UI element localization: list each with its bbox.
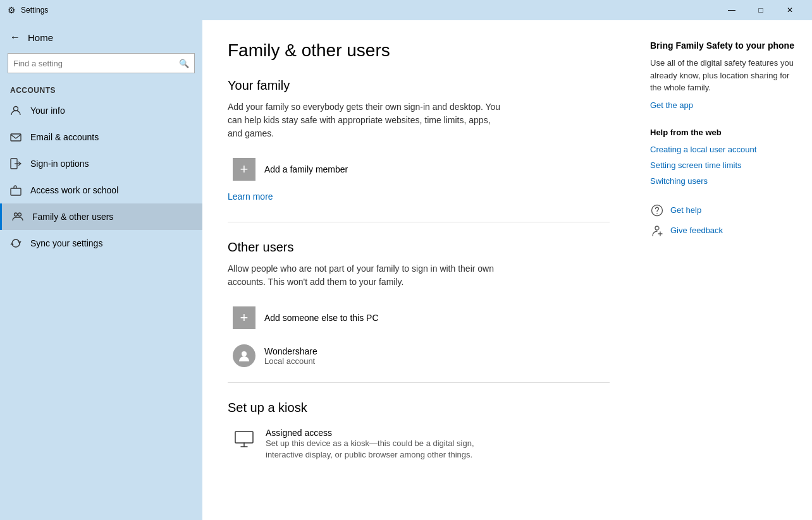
sidebar-label-your-info: Your info <box>30 106 65 116</box>
svg-point-5 <box>18 213 22 216</box>
content-area: Family & other users Your family Add you… <box>202 20 812 520</box>
user-list-item[interactable]: Wondershare Local account <box>228 339 610 372</box>
email-icon <box>10 131 22 143</box>
sidebar-item-access-work-school[interactable]: Access work or school <box>0 177 202 203</box>
search-input[interactable] <box>13 59 179 68</box>
svg-point-6 <box>242 351 247 356</box>
bring-family-desc: Use all of the digital safety features y… <box>650 57 797 94</box>
sync-icon <box>10 238 22 249</box>
add-other-plus-icon: + <box>233 306 255 329</box>
main-content: Family & other users Your family Add you… <box>202 20 635 520</box>
kiosk-assigned-access-desc: Set up this device as a kiosk—this could… <box>266 438 506 461</box>
learn-more-link[interactable]: Learn more <box>228 191 273 202</box>
your-family-title: Your family <box>228 78 610 93</box>
right-panel: Bring Family Safety to your phone Use al… <box>635 20 812 520</box>
give-feedback-icon <box>650 224 664 238</box>
add-family-member-button[interactable]: + Add a family member <box>228 153 610 186</box>
maximize-button[interactable]: □ <box>746 0 775 20</box>
page-title: Family & other users <box>228 40 610 61</box>
setting-screen-time-link[interactable]: Setting screen time limits <box>650 160 797 170</box>
add-someone-else-label: Add someone else to this PC <box>264 313 379 323</box>
svg-point-4 <box>15 213 18 216</box>
kiosk-monitor-icon <box>233 428 255 450</box>
svg-point-9 <box>656 213 658 214</box>
other-users-title: Other users <box>228 240 610 255</box>
sidebar-item-sign-in-options[interactable]: Sign-in options <box>0 150 202 177</box>
sidebar-item-your-info[interactable]: Your info <box>0 97 202 124</box>
get-help-label: Get help <box>670 205 701 215</box>
section-divider-1 <box>228 222 610 222</box>
add-someone-else-button[interactable]: + Add someone else to this PC <box>228 301 610 334</box>
get-help-icon <box>650 203 664 217</box>
sidebar-item-family-other-users[interactable]: Family & other users <box>0 203 202 230</box>
user-type: Local account <box>264 356 317 366</box>
kiosk-assigned-access-title: Assigned access <box>266 428 506 438</box>
section-divider-2 <box>228 382 610 383</box>
close-button[interactable]: ✕ <box>775 0 804 20</box>
user-info: Wondershare Local account <box>264 346 317 366</box>
sidebar-search-container: 🔍 <box>8 53 195 73</box>
svg-rect-3 <box>11 188 21 195</box>
setting-screen-time-label: Setting screen time limits <box>650 160 742 170</box>
svg-rect-1 <box>11 134 21 141</box>
give-feedback-label: Give feedback <box>670 226 723 235</box>
add-family-plus-icon: + <box>233 158 255 181</box>
briefcase-icon <box>10 184 22 196</box>
creating-local-user-label: Creating a local user account <box>650 145 756 154</box>
your-family-description: Add your family so everybody gets their … <box>228 100 506 140</box>
user-avatar <box>233 344 255 367</box>
titlebar-left: ⚙ Settings <box>8 5 48 15</box>
sidebar-home-button[interactable]: ← Home <box>0 25 202 49</box>
bring-family-title: Bring Family Safety to your phone <box>650 40 797 51</box>
switching-users-link[interactable]: Switching users <box>650 176 797 186</box>
kiosk-title: Set up a kiosk <box>228 401 610 415</box>
help-from-web-title: Help from the web <box>650 128 797 137</box>
other-users-description: Allow people who are not part of your fa… <box>228 262 506 289</box>
switching-users-label: Switching users <box>650 176 708 186</box>
sidebar: ← Home 🔍 Accounts Your info Email & acco… <box>0 20 202 520</box>
sidebar-label-sync-your-settings: Sync your settings <box>30 238 102 248</box>
titlebar-title: Settings <box>21 6 48 15</box>
sidebar-label-family-other-users: Family & other users <box>32 212 113 222</box>
sidebar-item-sync-your-settings[interactable]: Sync your settings <box>0 230 202 257</box>
user-name: Wondershare <box>264 346 317 356</box>
creating-local-user-link[interactable]: Creating a local user account <box>650 145 797 154</box>
app-body: ← Home 🔍 Accounts Your info Email & acco… <box>0 20 812 520</box>
sidebar-home-label: Home <box>28 32 53 43</box>
back-icon: ← <box>10 32 20 43</box>
get-app-link[interactable]: Get the app <box>650 100 693 110</box>
settings-icon: ⚙ <box>8 5 16 15</box>
assigned-access-button[interactable]: Assigned access Set up this device as a … <box>228 423 610 466</box>
person-icon <box>10 105 22 116</box>
give-feedback-button[interactable]: Give feedback <box>650 224 797 238</box>
titlebar-controls: — □ ✕ <box>717 0 804 20</box>
sidebar-section-label: Accounts <box>0 81 202 97</box>
search-icon: 🔍 <box>179 59 189 68</box>
minimize-button[interactable]: — <box>717 0 746 20</box>
svg-rect-7 <box>235 432 253 443</box>
help-section: Get help Give feedback <box>650 203 797 238</box>
sidebar-label-sign-in-options: Sign-in options <box>30 159 89 169</box>
titlebar: ⚙ Settings — □ ✕ <box>0 0 812 20</box>
sidebar-label-email-accounts: Email & accounts <box>30 132 99 142</box>
sidebar-label-access-work-school: Access work or school <box>30 185 118 195</box>
sidebar-item-email-accounts[interactable]: Email & accounts <box>0 124 202 150</box>
svg-point-10 <box>655 226 659 230</box>
kiosk-text: Assigned access Set up this device as a … <box>266 428 506 461</box>
signin-icon <box>10 158 22 169</box>
family-icon <box>12 211 23 222</box>
add-family-member-label: Add a family member <box>264 164 348 174</box>
get-help-button[interactable]: Get help <box>650 203 797 217</box>
